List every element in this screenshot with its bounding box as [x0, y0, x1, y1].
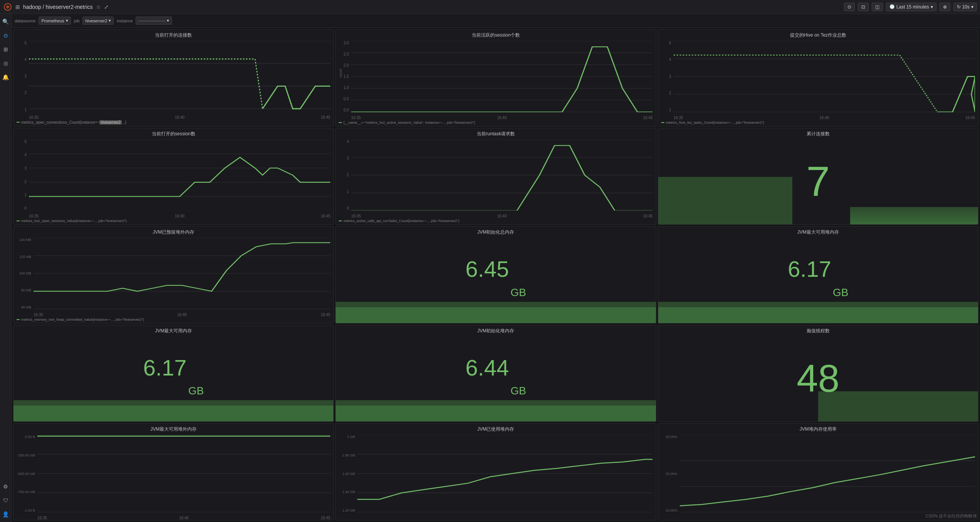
sidebar-icon-home[interactable]: ⊙	[1, 31, 10, 40]
panel-title-open-sessions: 当前打开的session数	[13, 128, 333, 138]
time-range-label: Last 15 minutes	[896, 4, 929, 10]
chart-area-7: 0.00 B -250.00 mB -500.00 mB -750.00 mB …	[13, 433, 333, 520]
chart-area-1: 5 4 3 2 1 16:35	[13, 39, 333, 120]
legend-dot-6	[17, 319, 20, 320]
tv-mode-btn[interactable]: ⊡	[858, 3, 869, 11]
chart-svg-9	[680, 435, 975, 512]
sidebar-icon-search[interactable]: 🔍	[1, 17, 10, 26]
panel-jvm-init-total: JVM初始化总内存 6.45 GB	[335, 226, 656, 323]
panel-title-jvm-max-heap: JVM最大可用堆内存	[658, 227, 978, 236]
legend-dot-4	[17, 221, 20, 221]
gb-unit-3: GB	[188, 385, 203, 400]
chart-svg-5	[351, 140, 652, 211]
panel-title-runtask: 当前runtask请求数	[336, 128, 656, 138]
gb-value-3: 6.17	[143, 355, 187, 381]
legend-text-5: metrics_active_calls_api_runTasks_Count{…	[343, 219, 459, 223]
panel-jvm-used-heap: JVM已使用堆内存 2 GB 1.80 GB 1.60 GB 1.40 GB 1…	[335, 423, 656, 520]
legend-6: metrics_memory_non_heap_committed_Value{…	[13, 317, 333, 323]
panel-cumulative-connections: 累计连接数 7	[658, 128, 978, 225]
gb-value-area-1: 6.45 GB	[336, 236, 656, 302]
app-logo	[3, 2, 12, 12]
gb-value-1: 6.45	[466, 256, 509, 282]
instance-value: ─────────	[138, 19, 165, 23]
y-axis-5: 4 3 2 1 0	[336, 138, 350, 211]
panel-open-sessions: 当前打开的session数 5 4 3 2 1 0	[13, 128, 334, 225]
sidebar-icon-settings[interactable]: ⚙	[1, 482, 10, 491]
y-axis-4: 5 4 3 2 1 0	[13, 138, 28, 211]
panel-tez-jobs: 提交的Hive on Tez作业总数 5 4 3 2 1	[658, 29, 978, 126]
legend-dot-1	[17, 122, 20, 123]
y-unit-label: count	[339, 69, 343, 77]
chart-svg-3	[674, 41, 975, 112]
panel-jvm-max-offheap: JVM最大可用堆外内存 0.00 B -250.00 mB -500.00 mB…	[13, 423, 334, 520]
gb-value-area-3: 6.17 GB	[13, 335, 333, 401]
sidebar-icon-user[interactable]: 👤	[1, 510, 10, 519]
stat-area-7: 7	[658, 138, 978, 225]
gb-bar-fill-4	[336, 406, 656, 421]
sidebar-icon-explore[interactable]: ◎	[1, 59, 10, 68]
share-icon[interactable]: ⤢	[104, 4, 109, 10]
legend-text-2: {__name__=~"metrics_hs2_active_sessions_…	[343, 121, 475, 125]
x-axis-5: 16:35 16:40 16:45	[351, 214, 652, 218]
chart-svg-2	[351, 41, 652, 112]
panel-content-2: 3.0 2.5 2.0 1.5 1.0 0.5 0.0 count	[336, 39, 656, 126]
panel-title-jvm-init-heap: JVM初始化堆内存	[336, 325, 656, 335]
panel-content-9: 30.00% 25.00% 20.00%	[658, 433, 978, 520]
panel-content-1: 5 4 3 2 1 16:35	[13, 39, 333, 126]
stat-value-7: 7	[806, 160, 830, 202]
chart-svg-8	[357, 435, 652, 512]
legend-4: metrics_hs2_open_sessions_Value{instance…	[13, 218, 333, 224]
panel-content-7: 0.00 B -250.00 mB -500.00 mB -750.00 mB …	[13, 433, 333, 520]
legend-text-4: metrics_hs2_open_sessions_Value{instance…	[21, 219, 127, 223]
gb-value-2: 6.17	[788, 256, 831, 282]
watermark: CSDN @不会吐丝的蜘蛛侠	[926, 513, 977, 519]
star-icon[interactable]: ☆	[96, 4, 101, 10]
zoom-out-btn[interactable]: ⊕	[940, 3, 950, 11]
legend-3: metrics_hive_tez_tasks_Count{instance=~.…	[658, 120, 978, 126]
legend-dot-5	[339, 221, 342, 221]
stat-area-48: 48	[658, 335, 978, 422]
panel-title-jvm-max-offheap: JVM最大可用堆外内存	[13, 424, 333, 433]
chart-area-8: 2 GB 1.80 GB 1.60 GB 1.40 GB 1.20 GB	[336, 433, 656, 520]
y-axis-7: 0.00 B -250.00 mB -500.00 mB -750.00 mB …	[13, 433, 36, 512]
dashboard-settings-btn[interactable]: ⊙	[844, 3, 855, 11]
sidebar-icon-alert[interactable]: 🔔	[1, 72, 10, 82]
chart-svg-1	[29, 41, 330, 126]
left-sidebar: 🔍 ⊙ ⊞ ◎ 🔔 ⚙ 🛡 👤	[0, 14, 12, 522]
chart-area-4: 5 4 3 2 1 0 16:35	[13, 138, 333, 219]
x-axis-2: 16:35 16:40 16:45	[351, 116, 652, 120]
panel-title-jvm-init-total: JVM初始化总内存	[336, 227, 656, 236]
panel-title-cumulative: 累计连接数	[658, 128, 978, 138]
panel-title-jvm-nonheap: JVM已预留堆外内存	[13, 227, 333, 236]
instance-select[interactable]: ───────── ▾	[136, 17, 172, 25]
share-btn[interactable]: ◫	[872, 3, 883, 11]
job-select[interactable]: hiveserver2 ▾	[82, 17, 114, 25]
panel-peak-threads: 巅值线程数 48	[658, 325, 978, 422]
y-axis-9: 30.00% 25.00% 20.00%	[658, 433, 678, 512]
y-axis-2: 3.0 2.5 2.0 1.5 1.0 0.5 0.0	[336, 39, 350, 112]
panel-jvm-heap-usage: JVM堆内存使用率 30.00% 25.00% 20.00%	[658, 423, 978, 520]
sidebar-icon-shield[interactable]: 🛡	[1, 496, 10, 505]
panel-title-jvm-max-mem: JVM最大可用内存	[13, 325, 333, 335]
gb-unit-2: GB	[833, 286, 848, 302]
job-value: hiveserver2	[85, 19, 107, 23]
panel-title-jvm-used-heap: JVM已使用堆内存	[336, 424, 656, 433]
panel-jvm-max-heap: JVM最大可用堆内存 6.17 GB	[658, 226, 978, 323]
peak-bar-bg	[818, 391, 978, 422]
panel-content-3: 5 4 3 2 1 16:35	[658, 39, 978, 126]
stat-value-48: 48	[797, 359, 839, 397]
panel-content-4: 5 4 3 2 1 0 16:35	[13, 138, 333, 225]
chart-svg-6	[34, 238, 330, 309]
refresh-btn[interactable]: ↻ 10s ▾	[953, 3, 977, 11]
chart-area-6: 140 MB 120 MB 100 MB 80 MB 60 MB 16:3	[13, 236, 333, 317]
sidebar-icon-dashboards[interactable]: ⊞	[1, 45, 10, 54]
time-range-btn[interactable]: 🕐 Last 15 minutes ▾	[886, 3, 936, 11]
gb-unit-1: GB	[511, 286, 526, 302]
datasource-select[interactable]: Prometheus ▾	[39, 17, 71, 25]
chart-svg-7	[37, 435, 330, 512]
legend-dot-3	[661, 122, 664, 123]
datasource-value: Prometheus	[41, 19, 64, 23]
job-label: job	[74, 19, 80, 23]
legend-2: {__name__=~"metrics_hs2_active_sessions_…	[336, 120, 656, 126]
gb-bar-fill-1	[336, 307, 656, 323]
